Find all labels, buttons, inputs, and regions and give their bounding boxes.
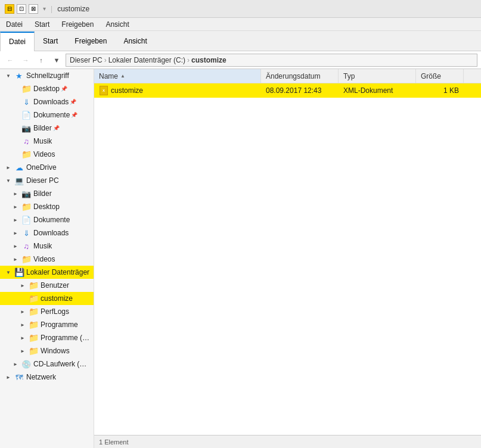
title-bar-icons: ⊟ ⊡ ⊠ ▾ | [5, 4, 52, 14]
sidebar-label-benutzer: Benutzer [41, 281, 69, 290]
breadcrumb-customize[interactable]: customize [191, 56, 226, 64]
sidebar-label-perflogs: PerfLogs [41, 307, 69, 316]
sidebar-label-downloads-pc: Downloads [33, 229, 69, 237]
sidebar-label-musik-quick: Musik [33, 137, 52, 145]
cd-icon: 💿 [21, 359, 31, 369]
menu-bar: Datei Start Freigeben Ansicht [0, 18, 481, 31]
file-xml-icon: X [99, 86, 108, 95]
recent-button[interactable]: ▼ [50, 54, 63, 67]
schnellzugriff-icon: ★ [14, 71, 24, 80]
sidebar-item-bilder-pc[interactable]: ► 📷 Bilder [0, 187, 94, 200]
sidebar-label-dokumente-pc: Dokumente [33, 216, 70, 224]
up-button[interactable]: ↑ [35, 54, 48, 67]
pin-dokumente: 📌 [71, 112, 77, 118]
sidebar-item-lokaler-datentraeger[interactable]: ▼ 💾 Lokaler Datenträger [0, 266, 94, 279]
ribbon-tab-ansicht[interactable]: Ansicht [115, 31, 155, 51]
musik-pc-icon: ♫ [21, 241, 31, 251]
sidebar-item-videos-quick[interactable]: 📁 Videos [0, 148, 94, 161]
sidebar-label-lokaler: Lokaler Datenträger [26, 268, 89, 276]
sidebar-item-programme[interactable]: ► 📁 Programme [0, 318, 94, 331]
exp-bilder-q [12, 125, 19, 132]
col-header-size[interactable]: Größe [416, 69, 464, 83]
bilder-quick-icon: 📷 [21, 123, 31, 133]
sidebar-item-musik-quick[interactable]: ♫ Musik [0, 135, 94, 148]
exp-programme-x86: ► [19, 334, 26, 341]
sidebar-item-windows[interactable]: ► 📁 Windows [0, 344, 94, 357]
sidebar-item-musik-pc[interactable]: ► ♫ Musik [0, 239, 94, 253]
exp-programme: ► [19, 321, 26, 328]
address-path[interactable]: Dieser PC › Lokaler Datenträger (C:) › c… [66, 54, 477, 67]
sidebar-label-dieser-pc: Dieser PC [26, 176, 59, 185]
sidebar-label-programme: Programme [41, 321, 78, 329]
content-area: Name ▲ Änderungsdatum Typ Größe X custom… [94, 69, 481, 448]
menu-freigeben[interactable]: Freigeben [55, 18, 100, 30]
breadcrumb-drive[interactable]: Lokaler Datenträger (C:) [108, 56, 185, 64]
benutzer-icon: 📁 [29, 281, 38, 290]
sidebar-item-perflogs[interactable]: ► 📁 PerfLogs [0, 305, 94, 318]
sidebar-item-benutzer[interactable]: ► 📁 Benutzer [0, 279, 94, 292]
sidebar-label-customize: customize [41, 294, 73, 303]
sidebar-item-dokumente-quick[interactable]: 📄 Dokumente 📌 [0, 108, 94, 122]
sidebar-item-dokumente-pc[interactable]: ► 📄 Dokumente [0, 213, 94, 226]
desktop-quick-icon: 📁 [21, 84, 31, 94]
col-header-date[interactable]: Änderungsdatum [261, 69, 339, 83]
sidebar-label-bilder-pc: Bilder [33, 189, 52, 198]
sidebar-item-downloads-quick[interactable]: ⇓ Downloads 📌 [0, 95, 94, 108]
sidebar-item-desktop-quick[interactable]: 📁 Desktop 📌 [0, 82, 94, 95]
col-header-type[interactable]: Typ [339, 69, 416, 83]
sidebar-schnellzugriff[interactable]: ▼ ★ Schnellzugriff [0, 69, 94, 82]
file-cell-size: 1 KB [416, 86, 464, 95]
sidebar: ▼ ★ Schnellzugriff 📁 Desktop 📌 ⇓ Downloa… [0, 69, 94, 448]
sidebar-label-videos-pc: Videos [33, 255, 55, 263]
sidebar-item-customize[interactable]: 📁 customize [0, 292, 94, 305]
title-bar: ⊟ ⊡ ⊠ ▾ | customize [0, 0, 481, 18]
back-button[interactable]: ← [4, 54, 17, 67]
sidebar-label-dokumente-quick: Dokumente [33, 111, 70, 119]
exp-desktop-q [12, 85, 19, 92]
table-row[interactable]: X customize 08.09.2017 12:43 XML-Dokumen… [94, 83, 481, 98]
status-text: 1 Element [99, 438, 129, 446]
file-list: X customize 08.09.2017 12:43 XML-Dokumen… [94, 83, 481, 435]
menu-ansicht[interactable]: Ansicht [100, 18, 135, 30]
breadcrumb-pc[interactable]: Dieser PC [70, 56, 103, 64]
exp-videos-q [12, 151, 19, 158]
forward-button[interactable]: → [19, 54, 32, 67]
expand-onedrive: ► [5, 164, 12, 171]
sidebar-item-cd[interactable]: ► 💿 CD-Laufwerk (D:) E [0, 357, 94, 371]
ribbon-tab-start[interactable]: Start [35, 31, 66, 51]
sidebar-item-videos-pc[interactable]: ► 📁 Videos [0, 253, 94, 266]
videos-quick-icon: 📁 [21, 150, 31, 159]
status-bar: 1 Element [94, 435, 481, 448]
main-layout: ▼ ★ Schnellzugriff 📁 Desktop 📌 ⇓ Downloa… [0, 69, 481, 448]
programme-x86-icon: 📁 [29, 333, 38, 343]
exp-windows: ► [19, 347, 26, 354]
file-cell-name: X customize [94, 86, 261, 95]
col-date-label: Änderungsdatum [266, 72, 320, 80]
exp-dok-pc: ► [12, 216, 19, 223]
ribbon-tab-freigeben[interactable]: Freigeben [66, 31, 115, 51]
title-icon-1: ⊟ [5, 4, 14, 14]
sidebar-label-musik-pc: Musik [33, 242, 52, 250]
sidebar-item-programme-x86[interactable]: ► 📁 Programme (x86) [0, 331, 94, 344]
dieser-pc-icon: 💻 [14, 176, 24, 185]
programme-icon: 📁 [29, 320, 38, 329]
ribbon-tab-datei[interactable]: Datei [0, 32, 35, 51]
menu-start[interactable]: Start [29, 18, 55, 30]
sidebar-item-downloads-pc[interactable]: ► ⇓ Downloads [0, 226, 94, 239]
videos-pc-icon: 📁 [21, 254, 31, 264]
menu-datei[interactable]: Datei [0, 18, 29, 30]
sidebar-label-downloads-quick: Downloads [33, 98, 69, 106]
exp-musik-pc: ► [12, 242, 19, 250]
pin-bilder: 📌 [53, 125, 60, 131]
sidebar-dieser-pc[interactable]: ▼ 💻 Dieser PC [0, 174, 94, 187]
breadcrumb-sep-2: › [187, 56, 190, 64]
sidebar-item-bilder-quick[interactable]: 📷 Bilder 📌 [0, 122, 94, 135]
sidebar-label-netzwerk: Netzwerk [26, 373, 56, 381]
sidebar-item-desktop-pc[interactable]: ► 📁 Desktop [0, 200, 94, 213]
sidebar-label-videos-quick: Videos [33, 150, 55, 158]
customize-icon: 📁 [29, 294, 38, 303]
address-bar: ← → ↑ ▼ Dieser PC › Lokaler Datenträger … [0, 51, 481, 69]
sidebar-onedrive[interactable]: ► ☁ OneDrive [0, 161, 94, 174]
sidebar-netzwerk[interactable]: ► 🗺 Netzwerk [0, 371, 94, 384]
col-header-name[interactable]: Name ▲ [94, 69, 261, 83]
